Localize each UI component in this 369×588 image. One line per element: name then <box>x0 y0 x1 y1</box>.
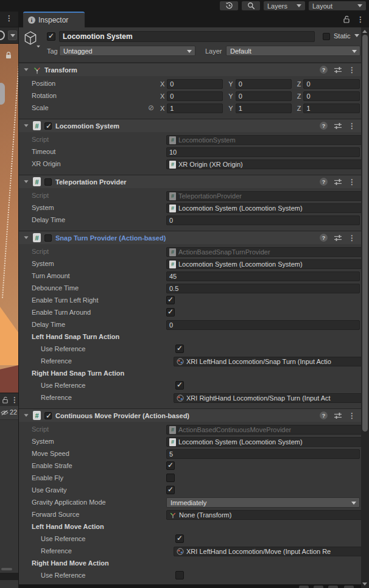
presets-icon[interactable] <box>334 178 342 186</box>
chevron-down-icon[interactable] <box>37 46 40 48</box>
debounce-time-input[interactable]: 0.5 <box>166 284 360 293</box>
help-icon[interactable]: ? <box>320 122 328 130</box>
system-object-field[interactable]: # Locomotion System (Locomotion System) <box>166 437 361 447</box>
link-scale-icon[interactable]: ⊘ <box>148 103 154 112</box>
layer-label: Layer <box>205 47 222 55</box>
help-icon[interactable]: ? <box>320 66 328 74</box>
xr-origin-object-field[interactable]: # XR Origin (XR Origin) <box>166 159 361 169</box>
snap-turn-header[interactable]: # Snap Turn Provider (Action-based) ? ⋮ <box>19 231 361 244</box>
teleportation-header[interactable]: # Teleportation Provider ? ⋮ <box>19 175 361 188</box>
layout-dropdown[interactable]: Layout <box>309 1 366 10</box>
left-panel-strip: ⋮ ⋮ 22 <box>0 12 18 588</box>
use-reference-checkbox[interactable] <box>175 571 184 579</box>
reference-object-field[interactable]: XRI LeftHand Locomotion/Move (Input Acti… <box>174 547 361 556</box>
presets-icon[interactable] <box>334 411 342 420</box>
enable-fly-checkbox[interactable] <box>166 474 175 482</box>
tag-value: Untagged <box>63 47 93 55</box>
horizontal-scrollbar[interactable] <box>1 568 12 570</box>
script-icon: # <box>169 136 176 144</box>
rotation-z-input[interactable]: 0 <box>303 91 360 101</box>
unlock-icon[interactable] <box>2 396 9 404</box>
rotation-x-input[interactable]: 0 <box>167 91 223 101</box>
reference-object-field[interactable]: XRI RightHand Locomotion/Snap Turn (Inpu… <box>174 393 361 403</box>
scroll-up-icon[interactable] <box>362 30 367 33</box>
position-z-input[interactable]: 0 <box>303 79 360 89</box>
more-icon[interactable]: ⋮ <box>348 234 356 242</box>
script-icon: # <box>169 192 176 200</box>
search-button[interactable] <box>242 1 260 10</box>
scene-view-sliver[interactable] <box>0 44 18 393</box>
system-object-field[interactable]: # Locomotion System (Locomotion System) <box>166 203 361 213</box>
layer-dropdown[interactable]: Default <box>226 46 360 56</box>
static-dropdown-icon[interactable] <box>354 34 359 37</box>
gameobject-name-field[interactable]: Locomotion System <box>59 31 315 42</box>
help-icon[interactable]: ? <box>320 178 328 186</box>
component-snap-turn-provider: # Snap Turn Provider (Action-based) ? ⋮ <box>19 231 361 408</box>
more-icon[interactable]: ⋮ <box>348 66 356 74</box>
enable-turn-left-right-checkbox[interactable] <box>166 296 175 304</box>
hierarchy-visibility-row[interactable]: 22 <box>0 406 18 419</box>
row-use-reference: Use Reference <box>19 570 361 582</box>
foldout-icon[interactable] <box>24 236 28 239</box>
gravity-mode-dropdown[interactable]: Immediately <box>166 497 360 508</box>
use-reference-checkbox[interactable] <box>175 345 184 353</box>
presets-icon[interactable] <box>334 122 342 130</box>
more-icon[interactable]: ⋮ <box>11 396 18 404</box>
more-icon[interactable]: ⋮ <box>357 16 364 23</box>
scroll-down-icon[interactable] <box>362 583 367 586</box>
delay-time-input[interactable]: 0 <box>166 320 360 330</box>
layers-dropdown[interactable]: Layers <box>264 1 305 10</box>
transform-header[interactable]: Transform ? ⋮ <box>19 63 361 76</box>
locomotion-header[interactable]: # Locomotion System ? ⋮ <box>19 119 361 132</box>
position-x-input[interactable]: 0 <box>167 79 223 89</box>
component-enabled-checkbox[interactable] <box>44 178 52 186</box>
more-icon[interactable]: ⋮ <box>348 122 356 130</box>
unlock-icon[interactable] <box>343 15 350 23</box>
more-icon[interactable]: ⋮ <box>348 178 356 186</box>
gameobject-cube-icon[interactable] <box>23 30 38 46</box>
scrollbar-thumb[interactable] <box>362 35 368 432</box>
move-speed-input[interactable]: 5 <box>166 449 360 459</box>
rotation-y-input[interactable]: 0 <box>236 91 292 101</box>
forward-source-object-field[interactable]: None (Transform) <box>166 510 361 520</box>
gameobject-active-checkbox[interactable] <box>47 32 55 41</box>
position-y-input[interactable]: 0 <box>236 79 292 89</box>
presets-icon[interactable] <box>334 66 342 74</box>
gizmo-icon[interactable] <box>0 30 5 40</box>
tag-dropdown[interactable]: Untagged <box>59 46 195 56</box>
timeout-input[interactable]: 10 <box>166 147 360 157</box>
scene-overlay-toolbar <box>0 27 18 44</box>
field-label: Use Reference <box>41 535 85 542</box>
foldout-icon[interactable] <box>24 180 28 183</box>
use-reference-checkbox[interactable] <box>175 534 184 543</box>
help-icon[interactable]: ? <box>320 234 328 242</box>
component-enabled-checkbox[interactable] <box>44 412 52 419</box>
enable-turn-around-checkbox[interactable] <box>166 308 175 317</box>
continuous-move-header[interactable]: # Continuous Move Provider (Action-based… <box>19 409 361 422</box>
more-icon[interactable]: ⋮ <box>5 15 13 22</box>
foldout-icon[interactable] <box>24 124 28 127</box>
tab-inspector[interactable]: i Inspector <box>23 12 85 27</box>
scale-y-input[interactable]: 1 <box>236 103 292 113</box>
presets-icon[interactable] <box>334 234 342 242</box>
use-gravity-checkbox[interactable] <box>166 486 175 494</box>
foldout-icon[interactable] <box>24 414 28 417</box>
component-enabled-checkbox[interactable] <box>44 122 52 130</box>
foldout-icon[interactable] <box>24 68 28 71</box>
history-button[interactable] <box>220 1 238 10</box>
component-enabled-checkbox[interactable] <box>44 234 52 242</box>
delay-time-input[interactable]: 0 <box>166 215 360 225</box>
scale-z-input[interactable]: 1 <box>303 103 360 113</box>
use-reference-checkbox[interactable] <box>175 381 184 390</box>
reference-object-field[interactable]: XRI LeftHand Locomotion/Snap Turn (Input… <box>174 357 361 366</box>
turn-amount-input[interactable]: 45 <box>166 271 360 281</box>
search-icon <box>247 2 255 10</box>
overlay-dropdown-button[interactable] <box>8 30 17 40</box>
vertical-scrollbar[interactable] <box>361 27 369 588</box>
more-icon[interactable]: ⋮ <box>348 412 356 419</box>
scale-x-input[interactable]: 1 <box>167 103 223 113</box>
help-icon[interactable]: ? <box>320 411 328 419</box>
static-checkbox[interactable] <box>323 33 330 40</box>
system-object-field[interactable]: # Locomotion System (Locomotion System) <box>166 259 361 269</box>
enable-strafe-checkbox[interactable] <box>166 461 175 470</box>
